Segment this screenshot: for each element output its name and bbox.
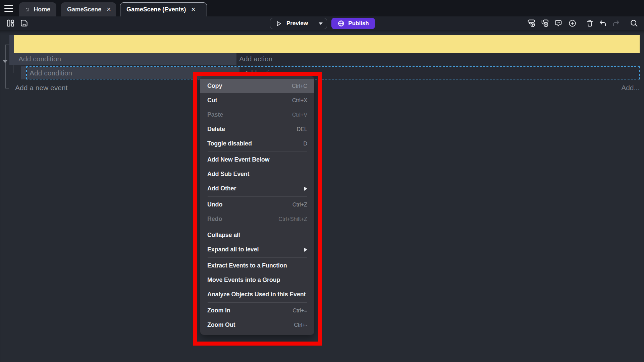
events-toolbar: Preview Publish (0, 16, 644, 30)
menu-item-toggle-disabled[interactable]: Toggle disabledD (200, 136, 314, 151)
add-more-link[interactable]: Add... (621, 84, 640, 92)
add-sub-event-icon (541, 19, 549, 27)
add-comment-button[interactable] (552, 17, 564, 29)
close-icon[interactable]: ✕ (190, 6, 197, 13)
menu-item-delete[interactable]: DeleteDEL (200, 122, 314, 136)
menu-item-add-sub-event[interactable]: Add Sub Event (200, 167, 314, 181)
menu-item-shortcut: Ctrl+Z (292, 201, 307, 208)
close-icon[interactable]: ✕ (105, 6, 112, 13)
menu-item-shortcut: Ctrl+- (294, 322, 307, 328)
menu-item-collapse-all[interactable]: Collapse all (200, 228, 314, 242)
menu-item-label: Undo (207, 201, 222, 208)
menu-item-shortcut: DEL (297, 126, 308, 132)
menu-item-copy[interactable]: CopyCtrl+C (200, 79, 314, 93)
event-conditions-cell[interactable]: Add condition (9, 53, 236, 65)
events-sheet: Add condition Add action Add condition A… (0, 30, 644, 362)
menu-item-add-other[interactable]: Add Other (200, 181, 314, 196)
menu-item-label: Extract Events to a Function (207, 262, 287, 269)
menu-item-add-new-event-below[interactable]: Add New Event Below (200, 153, 314, 167)
add-condition-link[interactable]: Add condition (18, 53, 61, 65)
tree-line (5, 88, 9, 88)
publish-button[interactable]: Publish (331, 18, 375, 29)
preview-options-button[interactable] (314, 18, 327, 29)
globe-icon (337, 20, 345, 27)
tree-line (5, 45, 9, 45)
menu-separator (208, 257, 307, 258)
menu-item-shortcut: D (303, 140, 307, 147)
add-new-event-button[interactable] (526, 17, 537, 29)
menu-item-label: Add Other (207, 185, 236, 192)
main-menu-button[interactable] (4, 5, 13, 12)
hamburger-icon (4, 11, 13, 12)
tree-line (5, 45, 6, 88)
tree-line (13, 65, 13, 73)
add-circle-icon (568, 19, 577, 27)
open-project-manager-button[interactable] (5, 17, 16, 29)
tab-gamescene-events[interactable]: GameScene (Events) ✕ (120, 2, 207, 16)
undo-button[interactable] (597, 17, 608, 29)
menu-item-undo[interactable]: UndoCtrl+Z (200, 197, 314, 212)
menu-item-extract-events-to-a-function[interactable]: Extract Events to a Function (200, 258, 314, 273)
preview-label: Preview (286, 20, 308, 27)
save-button[interactable] (18, 17, 30, 29)
menu-item-shortcut: Ctrl+X (292, 97, 307, 104)
menu-item-paste: PasteCtrl+V (200, 108, 314, 122)
tab-home[interactable]: Home (19, 2, 56, 16)
menu-item-label: Analyze Objects Used in this Event (207, 291, 306, 298)
menu-item-expand-all-to-level[interactable]: Expand all to level (200, 242, 314, 257)
menu-item-move-events-into-a-group[interactable]: Move Events into a Group (200, 273, 314, 287)
event-drag-handle[interactable] (21, 66, 26, 79)
menu-item-shortcut: Ctrl+C (292, 83, 307, 89)
submenu-arrow-icon (304, 187, 307, 191)
menu-separator (208, 196, 307, 197)
menu-item-shortcut: Ctrl+= (292, 307, 307, 314)
menu-separator (208, 227, 307, 227)
hamburger-icon (4, 5, 13, 6)
add-action-link[interactable]: Add action (239, 53, 272, 65)
tab-label: GameScene (67, 6, 101, 13)
event-drag-handle[interactable] (9, 35, 14, 53)
trash-icon (586, 19, 594, 27)
chevron-down-icon (319, 22, 323, 25)
menu-item-label: Collapse all (207, 232, 240, 239)
selected-sub-event-row[interactable]: Add condition Add action (26, 66, 640, 79)
project-manager-icon (6, 19, 15, 27)
choose-and-add-event-button[interactable] (567, 17, 578, 29)
event-actions-cell[interactable]: Add action (236, 53, 640, 65)
redo-icon (612, 19, 621, 27)
tab-bar: Home GameScene ✕ GameScene (Events) ✕ (0, 0, 644, 16)
tab-gamescene[interactable]: GameScene ✕ (61, 2, 116, 16)
hamburger-icon (4, 8, 13, 9)
menu-item-analyze-objects-used-in-this-event[interactable]: Analyze Objects Used in this Event (200, 287, 314, 302)
collapse-event-arrow-icon[interactable] (2, 60, 8, 63)
search-button[interactable] (628, 17, 640, 29)
add-new-event-link[interactable]: Add a new event (15, 84, 67, 92)
menu-item-shortcut: Ctrl+Shift+Z (278, 216, 307, 222)
menu-item-label: Zoom Out (207, 321, 235, 328)
preview-button[interactable]: Preview (270, 18, 327, 29)
add-condition-link[interactable]: Add condition (30, 67, 72, 79)
tree-line (13, 73, 20, 73)
tab-label: Home (34, 6, 50, 13)
context-menu: CopyCtrl+CCutCtrl+XPasteCtrl+VDeleteDELT… (200, 76, 314, 335)
publish-label: Publish (348, 20, 369, 27)
menu-item-label: Cut (207, 97, 217, 104)
submenu-arrow-icon (304, 248, 307, 252)
menu-item-label: Expand all to level (207, 246, 259, 253)
redo-button[interactable] (610, 17, 622, 29)
menu-item-label: Add Sub Event (207, 171, 249, 178)
menu-item-label: Zoom In (207, 307, 230, 314)
menu-item-label: Paste (207, 111, 223, 118)
menu-item-label: Add New Event Below (207, 156, 269, 163)
comment-block[interactable] (14, 35, 640, 53)
add-sub-event-button[interactable] (539, 17, 551, 29)
menu-separator (208, 152, 307, 152)
menu-item-label: Delete (207, 126, 225, 133)
menu-item-redo: RedoCtrl+Shift+Z (200, 212, 314, 226)
menu-item-cut[interactable]: CutCtrl+X (200, 93, 314, 108)
undo-icon (598, 19, 607, 27)
preview-button-main[interactable]: Preview (270, 18, 314, 29)
menu-item-zoom-out[interactable]: Zoom OutCtrl+- (200, 318, 314, 332)
delete-button[interactable] (584, 17, 595, 29)
menu-item-zoom-in[interactable]: Zoom InCtrl+= (200, 303, 314, 318)
